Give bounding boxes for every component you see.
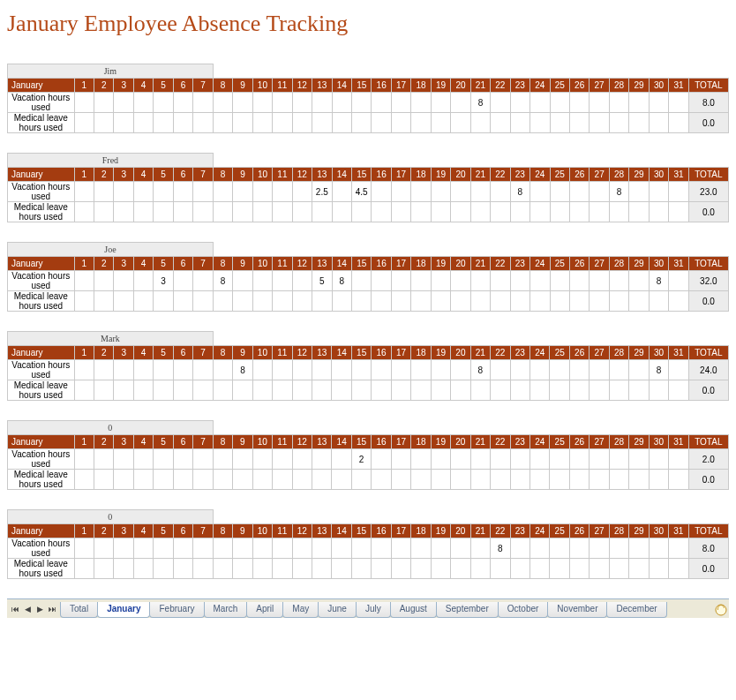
day-cell[interactable] bbox=[609, 559, 628, 579]
day-cell[interactable] bbox=[351, 380, 371, 401]
sheet-tab[interactable]: November bbox=[547, 602, 607, 618]
day-cell[interactable] bbox=[451, 449, 470, 470]
day-cell[interactable] bbox=[332, 291, 351, 312]
day-cell[interactable] bbox=[193, 291, 214, 312]
day-cell[interactable] bbox=[470, 202, 490, 222]
day-cell[interactable] bbox=[609, 360, 628, 380]
day-cell[interactable] bbox=[669, 470, 688, 490]
day-cell[interactable] bbox=[372, 559, 391, 579]
day-cell[interactable] bbox=[273, 559, 292, 579]
day-cell[interactable] bbox=[590, 470, 609, 490]
day-cell[interactable] bbox=[391, 113, 410, 133]
sheet-tab[interactable]: May bbox=[282, 602, 319, 618]
day-cell[interactable] bbox=[529, 538, 549, 559]
day-cell[interactable] bbox=[252, 538, 272, 559]
day-cell[interactable]: 3 bbox=[154, 271, 173, 291]
day-cell[interactable] bbox=[74, 271, 94, 291]
day-cell[interactable] bbox=[550, 559, 569, 579]
day-cell[interactable] bbox=[312, 291, 332, 312]
sheet-tab[interactable]: September bbox=[436, 602, 499, 618]
day-cell[interactable] bbox=[590, 291, 609, 312]
day-cell[interactable] bbox=[411, 559, 431, 579]
day-cell[interactable]: 8 bbox=[332, 271, 351, 291]
day-cell[interactable] bbox=[649, 559, 668, 579]
day-cell[interactable] bbox=[114, 291, 133, 312]
day-cell[interactable] bbox=[590, 538, 609, 559]
day-cell[interactable] bbox=[133, 93, 153, 113]
day-cell[interactable] bbox=[669, 360, 688, 380]
day-cell[interactable] bbox=[391, 93, 410, 113]
day-cell[interactable]: 8 bbox=[491, 538, 510, 559]
day-cell[interactable] bbox=[133, 538, 153, 559]
day-cell[interactable] bbox=[173, 202, 192, 222]
day-cell[interactable] bbox=[233, 93, 252, 113]
day-cell[interactable] bbox=[193, 271, 214, 291]
day-cell[interactable] bbox=[154, 93, 173, 113]
day-cell[interactable] bbox=[609, 93, 628, 113]
day-cell[interactable] bbox=[213, 470, 232, 490]
day-cell[interactable] bbox=[74, 182, 94, 202]
day-cell[interactable] bbox=[590, 271, 609, 291]
day-cell[interactable] bbox=[510, 271, 529, 291]
day-cell[interactable] bbox=[411, 470, 431, 490]
day-cell[interactable] bbox=[133, 380, 153, 401]
day-cell[interactable] bbox=[94, 538, 114, 559]
day-cell[interactable] bbox=[491, 380, 510, 401]
day-cell[interactable] bbox=[94, 291, 114, 312]
day-cell[interactable] bbox=[550, 93, 569, 113]
day-cell[interactable] bbox=[649, 380, 668, 401]
day-cell[interactable] bbox=[74, 202, 94, 222]
day-cell[interactable] bbox=[649, 202, 668, 222]
day-cell[interactable] bbox=[233, 202, 252, 222]
day-cell[interactable] bbox=[312, 538, 331, 559]
day-cell[interactable] bbox=[332, 449, 351, 470]
day-cell[interactable] bbox=[411, 113, 431, 133]
day-cell[interactable] bbox=[431, 538, 450, 559]
day-cell[interactable] bbox=[629, 360, 649, 380]
day-cell[interactable] bbox=[569, 202, 589, 222]
day-cell[interactable] bbox=[351, 470, 371, 490]
day-cell[interactable] bbox=[233, 449, 252, 470]
day-cell[interactable] bbox=[332, 380, 351, 401]
day-cell[interactable]: 8 bbox=[510, 182, 529, 202]
day-cell[interactable]: 8 bbox=[470, 93, 490, 113]
sheet-tab[interactable]: October bbox=[498, 602, 549, 618]
day-cell[interactable] bbox=[114, 271, 133, 291]
day-cell[interactable] bbox=[629, 271, 649, 291]
day-cell[interactable] bbox=[74, 470, 94, 490]
day-cell[interactable] bbox=[332, 113, 351, 133]
day-cell[interactable] bbox=[312, 202, 332, 222]
day-cell[interactable] bbox=[133, 470, 153, 490]
day-cell[interactable] bbox=[391, 559, 410, 579]
day-cell[interactable] bbox=[292, 182, 312, 202]
day-cell[interactable] bbox=[74, 538, 94, 559]
day-cell[interactable] bbox=[372, 291, 391, 312]
day-cell[interactable] bbox=[292, 470, 312, 490]
sheet-tab[interactable]: April bbox=[246, 602, 283, 618]
day-cell[interactable] bbox=[372, 360, 391, 380]
day-cell[interactable]: 8 bbox=[213, 271, 232, 291]
day-cell[interactable] bbox=[372, 449, 391, 470]
day-cell[interactable] bbox=[114, 113, 133, 133]
day-cell[interactable] bbox=[451, 271, 470, 291]
day-cell[interactable] bbox=[332, 470, 351, 490]
day-cell[interactable] bbox=[273, 380, 292, 401]
day-cell[interactable] bbox=[154, 380, 173, 401]
day-cell[interactable] bbox=[154, 113, 173, 133]
day-cell[interactable] bbox=[114, 380, 133, 401]
day-cell[interactable] bbox=[510, 93, 529, 113]
day-cell[interactable] bbox=[372, 182, 391, 202]
sheet-tab[interactable]: August bbox=[390, 602, 437, 618]
day-cell[interactable] bbox=[629, 113, 649, 133]
day-cell[interactable] bbox=[470, 380, 490, 401]
day-cell[interactable]: 2.5 bbox=[312, 182, 332, 202]
day-cell[interactable] bbox=[173, 538, 192, 559]
day-cell[interactable] bbox=[94, 182, 114, 202]
day-cell[interactable] bbox=[569, 470, 589, 490]
day-cell[interactable] bbox=[273, 538, 292, 559]
day-cell[interactable] bbox=[252, 93, 272, 113]
day-cell[interactable] bbox=[590, 360, 609, 380]
day-cell[interactable]: 4.5 bbox=[351, 182, 371, 202]
day-cell[interactable] bbox=[312, 113, 332, 133]
day-cell[interactable] bbox=[470, 271, 490, 291]
